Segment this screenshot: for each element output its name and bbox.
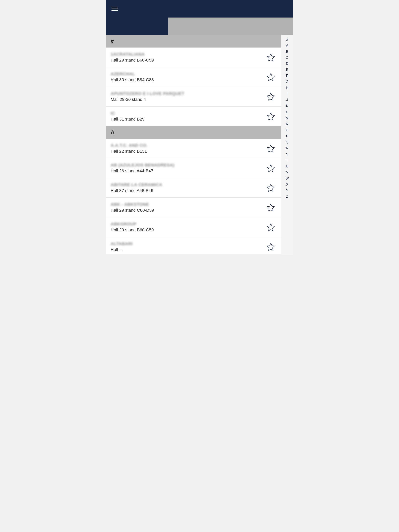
alpha-letter-w[interactable]: W xyxy=(285,176,290,182)
app-header xyxy=(106,0,293,18)
item-name: A.A.T.C. AND CO. xyxy=(111,143,265,148)
section-header-a: A xyxy=(106,126,281,139)
star-icon xyxy=(266,203,275,212)
favorite-button[interactable] xyxy=(265,202,277,213)
alpha-letter-u[interactable]: U xyxy=(285,163,289,169)
favorite-button[interactable] xyxy=(265,143,277,154)
alpha-letter-a[interactable]: A xyxy=(285,43,289,49)
item-info: ABKGROUPHall 29 stand B60-C59 xyxy=(111,222,265,233)
list-item[interactable]: ICHall 31 stand B25 xyxy=(106,107,281,126)
item-location: Hall 29 stand B60-C59 xyxy=(111,58,265,63)
item-info: ABK - ABKSTONEHall 29 stand C60-D59 xyxy=(111,202,265,213)
item-name: AZERCHAL xyxy=(111,71,265,76)
list-item[interactable]: ABK - ABKSTONEHall 29 stand C60-D59 xyxy=(106,198,281,217)
alpha-letter-j[interactable]: J xyxy=(286,97,289,103)
item-info: AZERCHALHall 30 stand B84-C83 xyxy=(111,71,265,82)
alpha-letter-t[interactable]: T xyxy=(285,157,289,163)
star-icon xyxy=(266,223,275,231)
item-info: ABITARE LA CERAMICAHall 37 stand A48-B49 xyxy=(111,182,265,193)
star-icon xyxy=(266,164,275,172)
content-area: #1ACRATALIANAHall 29 stand B60-C59 AZERC… xyxy=(106,35,293,255)
favorite-button[interactable] xyxy=(265,71,277,83)
favorite-button[interactable] xyxy=(265,51,277,63)
svg-marker-3 xyxy=(267,113,275,120)
item-location: Mall 29-30 stand 4 xyxy=(111,97,265,102)
alpha-letter-#[interactable]: # xyxy=(285,37,289,43)
list-item[interactable]: ABKGROUPHall 29 stand B60-C59 xyxy=(106,217,281,237)
alpha-letter-k[interactable]: K xyxy=(285,103,289,109)
list-item[interactable]: 1ACRATALIANAHall 29 stand B60-C59 xyxy=(106,48,281,67)
item-name: ALTABARI xyxy=(111,241,265,246)
favorite-button[interactable] xyxy=(265,162,277,174)
item-name: APUNTOZERO E I LOVE PARQUET xyxy=(111,91,265,96)
svg-marker-7 xyxy=(267,204,275,211)
alpha-letter-n[interactable]: N xyxy=(285,121,289,127)
list-item[interactable]: A.A.T.C. AND CO.Hall 22 stand B131 xyxy=(106,139,281,158)
alpha-letter-l[interactable]: L xyxy=(285,109,289,115)
alpha-letter-s[interactable]: S xyxy=(285,151,289,157)
alpha-letter-q[interactable]: Q xyxy=(285,139,289,145)
alpha-letter-d[interactable]: D xyxy=(285,61,289,67)
item-name: ABITARE LA CERAMICA xyxy=(111,182,265,187)
exhibitors-list: #1ACRATALIANAHall 29 stand B60-C59 AZERC… xyxy=(106,35,281,255)
item-info: ALTABARIHall ... xyxy=(111,241,265,252)
menu-button[interactable] xyxy=(111,7,118,11)
alpha-letter-y[interactable]: Y xyxy=(285,188,289,194)
svg-marker-2 xyxy=(267,93,275,100)
tab-product-sectors[interactable] xyxy=(168,18,231,35)
item-location: Hall 29 stand C60-D59 xyxy=(111,208,265,213)
tab-alphabetical[interactable] xyxy=(106,18,168,35)
favorite-button[interactable] xyxy=(265,110,277,122)
star-icon xyxy=(266,112,275,120)
alpha-letter-c[interactable]: C xyxy=(285,55,289,61)
tab-bar xyxy=(106,18,293,35)
svg-marker-6 xyxy=(267,184,275,191)
alpha-letter-e[interactable]: E xyxy=(285,67,289,73)
alpha-letter-g[interactable]: G xyxy=(285,79,289,85)
star-icon xyxy=(266,53,275,62)
favorite-button[interactable] xyxy=(265,241,277,253)
svg-marker-1 xyxy=(267,73,275,81)
alpha-letter-m[interactable]: M xyxy=(285,115,290,121)
list-item[interactable]: ABITARE LA CERAMICAHall 37 stand A48-B49 xyxy=(106,178,281,198)
section-header-#: # xyxy=(106,35,281,48)
alpha-letter-r[interactable]: R xyxy=(285,145,289,151)
list-item[interactable]: APUNTOZERO E I LOVE PARQUETMall 29-30 st… xyxy=(106,87,281,107)
alpha-letter-i[interactable]: I xyxy=(286,91,288,97)
item-name: 1ACRATALIANA xyxy=(111,52,265,57)
item-name: AB (AZULEJOS BENADRESA) xyxy=(111,163,265,168)
item-name: IC xyxy=(111,111,265,116)
item-info: 1ACRATALIANAHall 29 stand B60-C59 xyxy=(111,52,265,63)
item-location: Hall 30 stand B84-C83 xyxy=(111,77,265,82)
alpha-letter-f[interactable]: F xyxy=(285,73,289,79)
alpha-letter-h[interactable]: H xyxy=(285,85,289,91)
item-info: APUNTOZERO E I LOVE PARQUETMall 29-30 st… xyxy=(111,91,265,102)
alpha-letter-b[interactable]: B xyxy=(285,49,289,55)
alpha-letter-p[interactable]: P xyxy=(285,133,289,139)
list-item[interactable]: AB (AZULEJOS BENADRESA)Hall 26 stand A44… xyxy=(106,158,281,178)
star-icon xyxy=(266,242,275,251)
svg-marker-5 xyxy=(267,165,275,172)
svg-marker-4 xyxy=(267,145,275,152)
star-icon xyxy=(266,184,275,192)
alpha-letter-o[interactable]: O xyxy=(285,127,289,133)
favorite-button[interactable] xyxy=(265,221,277,233)
star-icon xyxy=(266,73,275,81)
favorite-button[interactable] xyxy=(265,182,277,194)
list-item[interactable]: ALTABARIHall ... xyxy=(106,237,281,255)
tab-by-hall[interactable] xyxy=(231,18,293,35)
alpha-letter-x[interactable]: X xyxy=(285,182,289,188)
alpha-letter-z[interactable]: Z xyxy=(285,194,289,200)
item-info: AB (AZULEJOS BENADRESA)Hall 26 stand A44… xyxy=(111,163,265,173)
item-name: ABKGROUP xyxy=(111,222,265,227)
item-location: Hall 37 stand A48-B49 xyxy=(111,188,265,193)
alphabet-sidebar: #ABCDEFGHIJKLMNOPQRSTUVWXYZ xyxy=(281,35,293,255)
item-info: A.A.T.C. AND CO.Hall 22 stand B131 xyxy=(111,143,265,154)
svg-marker-9 xyxy=(267,243,275,250)
item-location: Hall 31 stand B25 xyxy=(111,117,265,122)
alpha-letter-v[interactable]: V xyxy=(285,169,289,176)
item-location: Hall 29 stand B60-C59 xyxy=(111,228,265,233)
svg-marker-8 xyxy=(267,223,275,231)
favorite-button[interactable] xyxy=(265,91,277,102)
list-item[interactable]: AZERCHALHall 30 stand B84-C83 xyxy=(106,67,281,87)
